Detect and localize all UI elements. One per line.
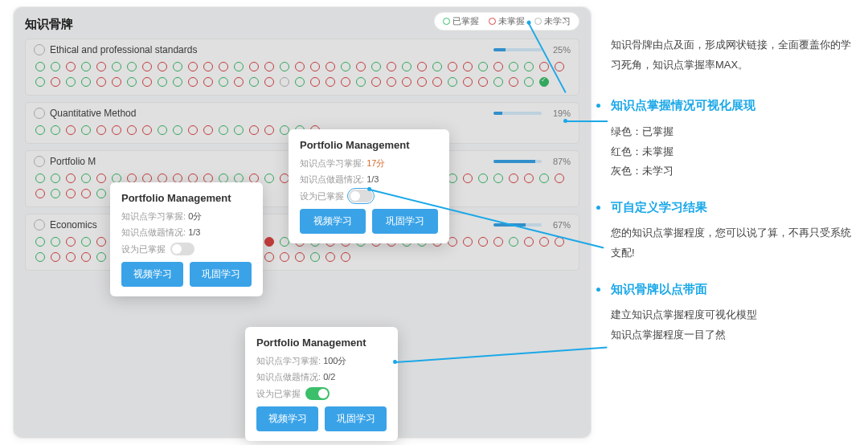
intro-text: 知识骨牌由点及面，形成网状链接，全面覆盖你的学习死角，知识点掌握率MAX。 <box>611 35 855 75</box>
annotation-title: 知识骨牌以点带面 <box>611 278 855 301</box>
practice-study-button[interactable]: 巩固学习 <box>190 262 252 287</box>
legend-mastered: 已掌握 <box>443 15 479 27</box>
toggle-label: 设为已掌握 <box>121 243 166 255</box>
annotation-line: 灰色：未学习 <box>611 161 855 182</box>
popup-score-row: 知识点学习掌握: 0分 <box>121 210 252 222</box>
practice-study-button[interactable]: 巩固学习 <box>325 406 387 431</box>
mastered-toggle[interactable] <box>305 387 330 400</box>
side-annotations: 知识骨牌由点及面，形成网状链接，全面覆盖你的学习死角，知识点掌握率MAX。 知识… <box>611 6 855 439</box>
popup-exercise-row: 知识点做题情况: 1/3 <box>121 227 252 239</box>
annotation-line: 绿色：已掌握 <box>611 122 855 142</box>
mastered-toggle[interactable] <box>349 190 373 202</box>
toggle-label: 设为已掌握 <box>300 190 344 202</box>
connector-line <box>566 120 608 122</box>
popup-score-row: 知识点学习掌握: 17分 <box>300 157 438 169</box>
popup-score-row: 知识点学习掌握: 100分 <box>256 355 387 367</box>
annotation-custom-result: 可自定义学习结果 您的知识点掌握程度，您可以说了算，不再只受系统支配! <box>611 196 855 263</box>
annotation-visualization: 知识点掌握情况可视化展现 绿色：已掌握 红色：未掌握 灰色：未学习 <box>611 94 855 182</box>
video-study-button[interactable]: 视频学习 <box>300 209 366 234</box>
video-study-button[interactable]: 视频学习 <box>256 406 318 431</box>
annotation-line: 红色：未掌握 <box>611 142 855 162</box>
popup-exercise-row: 知识点做题情况: 1/3 <box>300 174 438 186</box>
popup-exercise-row: 知识点做题情况: 0/2 <box>256 371 387 383</box>
popup-title: Portfolio Management <box>256 337 387 349</box>
annotation-line: 知识点掌握程度一目了然 <box>611 325 855 345</box>
legend-not-mastered: 未掌握 <box>489 15 525 27</box>
annotation-line: 建立知识点掌握程度可视化模型 <box>611 305 855 325</box>
toggle-label: 设为已掌握 <box>256 388 301 400</box>
legend-pill: 已掌握 未掌握 未学习 <box>434 12 579 31</box>
annotation-point-to-face: 知识骨牌以点带面 建立知识点掌握程度可视化模型 知识点掌握程度一目了然 <box>611 278 855 345</box>
annotation-title: 知识点掌握情况可视化展现 <box>611 94 855 117</box>
popup-title: Portfolio Management <box>121 192 252 204</box>
annotation-line: 您的知识点掌握程度，您可以说了算，不再只受系统支配! <box>611 223 855 263</box>
popup-bottom: Portfolio Management 知识点学习掌握: 100分 知识点做题… <box>245 327 398 441</box>
video-study-button[interactable]: 视频学习 <box>121 262 183 287</box>
popup-left: Portfolio Management 知识点学习掌握: 0分 知识点做题情况… <box>110 182 263 296</box>
mastered-toggle[interactable] <box>170 243 194 255</box>
legend-not-studied: 未学习 <box>534 15 571 27</box>
annotation-title: 可自定义学习结果 <box>611 196 855 219</box>
popup-title: Portfolio Management <box>300 139 438 151</box>
practice-study-button[interactable]: 巩固学习 <box>372 209 438 234</box>
